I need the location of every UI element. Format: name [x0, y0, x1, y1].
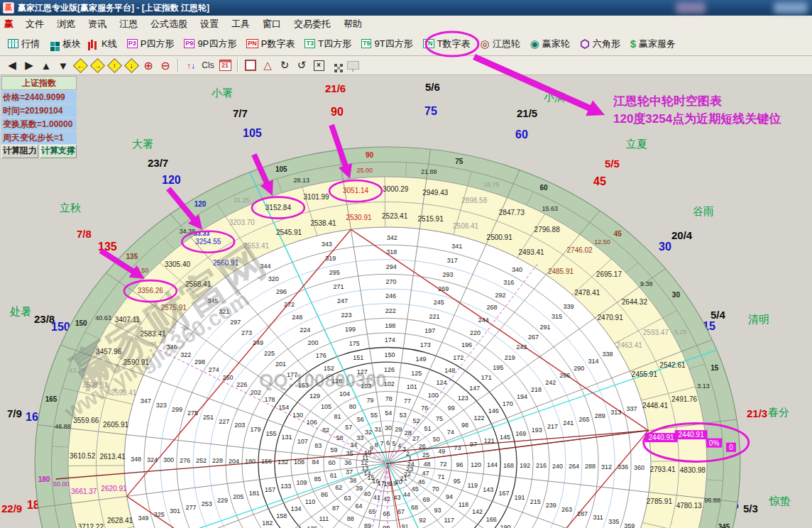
- wheel-outer-label: 22/9: [1, 502, 22, 515]
- wheel-outer-label: 90: [331, 106, 344, 119]
- drawing-toolbar: ◀▶▲▼←→↑↓⊕⊖↑↓Cls21△↻↺×: [0, 56, 812, 75]
- panel-row-1: 时间=20190104: [1, 104, 77, 117]
- badge-m: P3: [127, 39, 138, 48]
- menu-item-1[interactable]: 浏览: [50, 16, 82, 32]
- badge-g: T3: [304, 39, 315, 48]
- toolbar-button-11[interactable]: 六角形: [575, 35, 625, 53]
- wheel-outer-label: 小署: [212, 87, 233, 100]
- wheel-outer-label: 处暑: [10, 305, 31, 319]
- draw-tool-zoom-out[interactable]: ⊖: [158, 58, 173, 73]
- menu-item-0[interactable]: 文件: [19, 16, 50, 32]
- panel-row-0: 价格=2440.9099: [1, 91, 77, 104]
- draw-tool-arr-up[interactable]: ▲: [38, 58, 54, 73]
- menu-item-6[interactable]: 工具: [225, 16, 256, 32]
- toolbar-button-1[interactable]: 板块: [45, 35, 86, 53]
- draw-tool-box-x[interactable]: ×: [311, 58, 327, 73]
- wheel-outer-label: 5/4: [710, 309, 725, 321]
- quote-panel: 上证指数 价格=2440.9099时间=20190104变换系数=1.00000…: [1, 76, 77, 158]
- wheel-outer-label: 7/8: [77, 228, 92, 240]
- wheel-outer-label: 立秋: [60, 202, 81, 215]
- toolbar-button-0[interactable]: 行情: [3, 35, 45, 53]
- window-buttons-blurred: [774, 2, 808, 13]
- toolbar-label: 赢家轮: [542, 38, 570, 50]
- toolbar-button-4[interactable]: P99P四方形: [179, 35, 241, 53]
- wheel-outer-label: 0: [728, 412, 735, 424]
- grid-icon: [8, 39, 18, 48]
- toolbar-button-5[interactable]: PNP数字表: [241, 35, 300, 53]
- draw-tool-sort[interactable]: ↑↓: [183, 58, 199, 73]
- wheel-outer-label: 15: [703, 320, 715, 333]
- annotation-line1: 江恩轮中轮时空图表: [613, 92, 781, 110]
- draw-tool-screen[interactable]: [345, 58, 361, 73]
- window-title: 赢家江恩专业版[赢家服务平台] - [上证指数 江恩轮]: [18, 2, 209, 14]
- gann-wheel-icon: ◎: [481, 38, 490, 49]
- main-toolbar: 行情板块K线P3P四方形P99P四方形PNP数字表T3T四方形T99T四方形TN…: [0, 32, 812, 56]
- draw-tool-calendar[interactable]: 21: [217, 58, 233, 73]
- menu-item-2[interactable]: 资讯: [82, 16, 113, 32]
- toolbar-label: 行情: [21, 38, 40, 50]
- dollar-icon: $: [630, 38, 636, 50]
- wheel-outer-label: 5/5: [605, 158, 620, 170]
- menu-bar: 赢 文件浏览资讯江恩公式选股设置工具窗口交易委托帮助: [0, 16, 812, 33]
- wheel-outer-label: 345: [720, 499, 739, 512]
- draw-tool-triangle[interactable]: △: [260, 58, 275, 73]
- draw-tool-dia-right[interactable]: →: [89, 58, 105, 73]
- toolbar-label: T四方形: [318, 38, 351, 50]
- draw-tool-rotate-ccw[interactable]: ↺: [294, 58, 309, 73]
- toolbar-button-3[interactable]: P3P四方形: [122, 35, 180, 53]
- draw-tool-dia-down[interactable]: ↓: [124, 58, 139, 73]
- wheel-outer-label: 30: [659, 241, 671, 253]
- menu-item-5[interactable]: 设置: [194, 16, 225, 32]
- toolbar-label: K线: [102, 38, 117, 50]
- draw-tool-dia-left[interactable]: ←: [72, 58, 88, 73]
- wheel-outer-label: 105: [243, 127, 262, 140]
- badge-m: P9: [184, 39, 194, 48]
- draw-tool-arr-left[interactable]: ◀: [4, 58, 20, 73]
- wheel-outer-label: 5/6: [425, 81, 440, 93]
- badge-g: TN: [423, 39, 434, 48]
- toolbar-button-9[interactable]: ◎江恩轮: [476, 35, 525, 53]
- wheel-outer-label: 5/3: [743, 502, 758, 515]
- toolbar-label: 板块: [62, 38, 81, 50]
- chart-area[interactable]: [0, 75, 812, 528]
- menu-item-4[interactable]: 公式选股: [144, 16, 194, 32]
- wheel-outer-label: 7/9: [7, 407, 22, 419]
- toolbar-label: 六角形: [593, 38, 620, 50]
- annotation-line2: 120度3254点为近期短线关键位: [613, 110, 781, 128]
- wheel-outer-label: 120: [162, 174, 181, 187]
- toolbar-button-6[interactable]: T3T四方形: [300, 35, 356, 53]
- draw-tool-arr-down[interactable]: ▼: [55, 58, 71, 73]
- wheel-outer-label: 春分: [768, 406, 789, 419]
- toolbar-label: T数字表: [437, 38, 471, 50]
- toolbar-button-2[interactable]: K线: [86, 35, 122, 53]
- menu-item-9[interactable]: 帮助: [337, 16, 368, 32]
- draw-tool-cls[interactable]: Cls: [200, 58, 216, 73]
- draw-tool-move[interactable]: [328, 58, 344, 73]
- toolbar-button-10[interactable]: ◉赢家轮: [525, 35, 575, 53]
- toolbar-button-7[interactable]: T99T四方形: [356, 35, 418, 53]
- toolbar-label: 9T四方形: [374, 38, 412, 50]
- wheel-outer-label: 21/5: [517, 107, 537, 119]
- draw-tool-arr-right[interactable]: ▶: [21, 58, 37, 73]
- toolbar-button-8[interactable]: TNT数字表: [418, 35, 476, 53]
- draw-tool-square[interactable]: [243, 58, 258, 73]
- menu-logo-icon: 赢: [0, 18, 19, 31]
- wheel-outer-label: 20/4: [671, 229, 692, 241]
- panel-button-resistance[interactable]: 计算阻力: [1, 145, 38, 158]
- menu-item-8[interactable]: 交易委托: [287, 16, 337, 32]
- draw-tool-dia-up[interactable]: ↑: [106, 58, 122, 73]
- blurred-patch: [676, 2, 706, 13]
- panel-row-3: 周天变化步长=1: [1, 131, 77, 144]
- menu-item-7[interactable]: 窗口: [256, 16, 287, 32]
- draw-tool-zoom-in[interactable]: ⊕: [141, 58, 156, 73]
- gann-annotation: 江恩轮中轮时空图表 120度3254点为近期短线关键位: [613, 92, 781, 128]
- toolbar-button-12[interactable]: $赢家服务: [625, 35, 681, 53]
- index-name: 上证指数: [1, 76, 77, 90]
- blocks-icon: [50, 42, 55, 46]
- panel-button-support[interactable]: 计算支撑: [40, 145, 77, 158]
- wheel-outer-label: 45: [593, 175, 606, 188]
- toolbar-label: 赢家服务: [639, 38, 676, 50]
- wheel-outer-label: 21/3: [747, 407, 767, 419]
- menu-item-3[interactable]: 江恩: [113, 16, 144, 32]
- draw-tool-rotate-cw[interactable]: ↻: [277, 58, 292, 73]
